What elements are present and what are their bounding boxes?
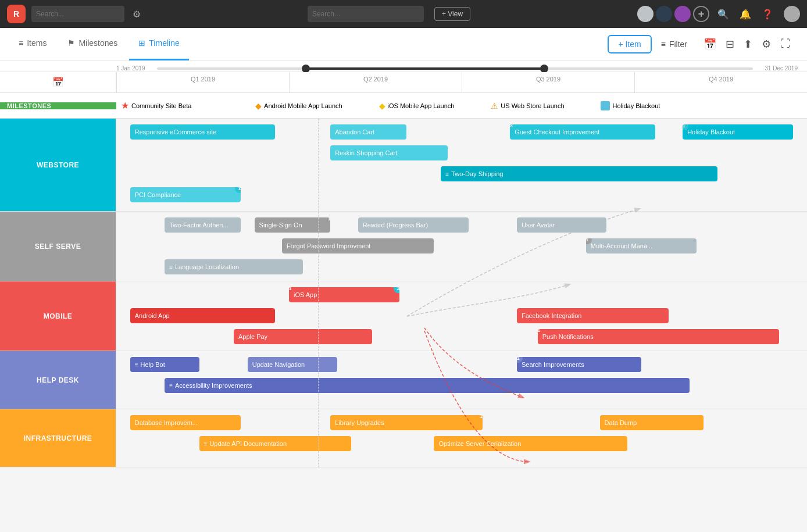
quarter-q2: Q2 2019 [289, 72, 462, 92]
bar-responsive-ecommerce[interactable]: Responsive eCommerce site [130, 124, 275, 140]
helpdesk-row-2: ≡ Accessibility Improvements [116, 377, 807, 394]
start-date-label: 1 Jan 2019 [116, 65, 145, 72]
bar-data-dump[interactable]: Data Dump [600, 415, 704, 430]
webstore-row-2: Reskin Shopping Cart [116, 144, 807, 162]
range-track[interactable] [157, 67, 754, 70]
app-logo[interactable]: R [7, 5, 26, 23]
infra-label: INFRASTRUCTURE [0, 409, 116, 467]
section-mobile: MOBILE 1 iOS App 3 Android App Facebook … [0, 281, 807, 351]
bar-multi-account[interactable]: 1 Multi-Account Mana... [586, 238, 697, 253]
section-selfserve: SELF SERVE Two-Factor Authen... Single-S… [0, 212, 807, 281]
range-handle-left[interactable] [302, 65, 310, 73]
bar-reskin-cart[interactable]: Reskin Shopping Cart [330, 145, 448, 160]
bar-guest-checkout[interactable]: 3 Guest Checkout Improvement [510, 124, 655, 140]
milestone-community[interactable]: ★ Community Site Beta [121, 100, 191, 111]
mobile-row-1: 1 iOS App 3 [116, 286, 807, 304]
bar-library-upgrades[interactable]: Library Upgrades 1 [330, 415, 482, 430]
selfserve-label: SELF SERVE [0, 212, 116, 281]
columns-icon[interactable]: ⊟ [723, 35, 737, 53]
bar-two-factor[interactable]: Two-Factor Authen... [165, 217, 241, 233]
filter-button[interactable]: ≡ Filter [654, 36, 694, 52]
diamond-orange-icon: ◆ [255, 101, 262, 110]
gear-icon[interactable]: ⚙ [133, 9, 141, 20]
bar-language-loc[interactable]: ≡ Language Localization [165, 259, 303, 274]
bar-android-app[interactable]: Android App [130, 308, 275, 323]
infra-row-1: Database Improvem... Library Upgrades 1 … [116, 414, 807, 431]
user-avatar[interactable] [784, 6, 800, 22]
timeline-slider[interactable]: 1 Jan 2019 31 Dec 2019 [0, 60, 807, 72]
export-icon[interactable]: ⬆ [741, 35, 755, 53]
bar-push-notifications[interactable]: 1 Push Notifications [538, 329, 780, 344]
search-impr-badge: 1 [517, 357, 523, 363]
multi-account-badge: 1 [586, 238, 592, 244]
global-search-input[interactable] [308, 6, 424, 22]
milestone-ios-label: iOS Mobile App Launch [388, 102, 455, 109]
bar-single-sign-on[interactable]: Single-Sign On 1 [255, 217, 331, 233]
milestone-webstore-label: US Web Store Launch [501, 102, 564, 109]
star-icon: ★ [121, 100, 129, 111]
range-handle-right[interactable] [540, 65, 548, 73]
help-icon[interactable]: ❓ [759, 6, 776, 22]
infra-row-2: ≡ Update API Documentation Optimize Serv… [116, 435, 807, 452]
bar-forgot-password[interactable]: Forgot Password Improvment [282, 238, 434, 253]
bar-update-nav[interactable]: Update Navigation [248, 357, 337, 372]
bar-holiday-blackout-ws[interactable]: 1 Holiday Blackout [683, 124, 793, 140]
fullscreen-icon[interactable]: ⛶ [778, 35, 793, 52]
bar-reward-progress[interactable]: Reward (Progress Bar) [358, 217, 469, 233]
calendar-small-icon: 📅 [52, 77, 64, 88]
bar-abandon-cart[interactable]: Abandon Cart [330, 124, 406, 140]
ios-badge-1: 1 [289, 287, 295, 293]
bar-optimize-server[interactable]: Optimize Server Serialization [434, 436, 627, 451]
milestone-webstore[interactable]: ⚠ US Web Store Launch [491, 101, 564, 110]
bar-help-bot[interactable]: ≡ Help Bot [130, 357, 199, 372]
bar-pci-compliance[interactable]: PCI Compliance 1 [130, 187, 241, 202]
list-icon-5: ≡ [204, 441, 208, 447]
bar-user-avatar[interactable]: User Avatar [517, 217, 606, 233]
list-icon-2: ≡ [169, 264, 173, 270]
tab-timeline-label: Timeline [149, 38, 179, 48]
milestone-ios[interactable]: ◆ iOS Mobile App Launch [379, 101, 455, 110]
helpdesk-row-1: ≡ Help Bot Update Navigation 1 Search Im… [116, 356, 807, 373]
quarter-q4: Q4 2019 [634, 72, 807, 92]
tab-milestones[interactable]: ⚑ Milestones [58, 28, 127, 60]
bar-update-api[interactable]: ≡ Update API Documentation [199, 436, 351, 451]
quarters-header: 📅 Q1 2019 Q2 2019 Q3 2019 Q4 2019 [0, 72, 807, 93]
bar-facebook-integration[interactable]: Facebook Integration [517, 308, 669, 323]
selfserve-row-2: Forgot Password Improvment 1 Multi-Accou… [116, 237, 807, 255]
toolbar-icons: 📅 ⊟ ⬆ ⚙ ⛶ [697, 35, 798, 53]
milestone-holiday[interactable]: Holiday Blackout [601, 101, 660, 110]
bar-two-day-shipping[interactable]: ≡ Two-Day Shipping [441, 166, 717, 181]
add-avatar-button[interactable]: + [693, 6, 709, 22]
bar-apple-pay[interactable]: Apple Pay [234, 329, 372, 344]
sections-wrapper: WEBSTORE Responsive eCommerce site Aband… [0, 119, 807, 467]
avatar-group: + [637, 6, 709, 22]
milestone-holiday-label: Holiday Blackout [612, 102, 660, 109]
tab-timeline[interactable]: ⊞ Timeline [129, 28, 188, 60]
workspace-search[interactable] [31, 6, 124, 22]
calendar-icon[interactable]: 📅 [701, 35, 719, 53]
tab-milestones-label: Milestones [78, 38, 117, 48]
bar-ios-app[interactable]: 1 iOS App 3 [289, 287, 399, 302]
bar-search-improvements[interactable]: 1 Search Improvements [517, 357, 641, 372]
timeline-scroll-area[interactable]: 📅 Q1 2019 Q2 2019 Q3 2019 Q4 2019 MILEST… [0, 72, 807, 532]
selfserve-row-1: Two-Factor Authen... Single-Sign On 1 Re… [116, 216, 807, 234]
view-button[interactable]: + View [434, 7, 470, 21]
avatar-1[interactable] [637, 6, 654, 22]
avatar-3[interactable] [674, 6, 691, 22]
notifications-icon[interactable]: 🔔 [737, 6, 754, 22]
tab-items[interactable]: ≡ Items [9, 28, 56, 60]
items-tab-icon: ≡ [19, 38, 23, 48]
settings-icon[interactable]: ⚙ [759, 35, 773, 53]
bar-accessibility[interactable]: ≡ Accessibility Improvements [165, 378, 690, 393]
milestone-android[interactable]: ◆ Android Mobile App Launch [255, 101, 342, 110]
guest-checkout-badge: 3 [510, 124, 516, 130]
milestones-row: MILESTONES ★ Community Site Beta ◆ Andro… [0, 93, 807, 119]
warning-icon: ⚠ [491, 101, 498, 110]
search-icon[interactable]: 🔍 [715, 6, 731, 22]
avatar-2[interactable] [656, 6, 672, 22]
pci-badge: 1 [235, 187, 241, 193]
bar-db-improve[interactable]: Database Improvem... [130, 415, 241, 430]
add-item-button[interactable]: + Item [608, 35, 651, 53]
quarter-q3: Q3 2019 [462, 72, 634, 92]
holiday-blackout-badge: 1 [683, 124, 688, 130]
